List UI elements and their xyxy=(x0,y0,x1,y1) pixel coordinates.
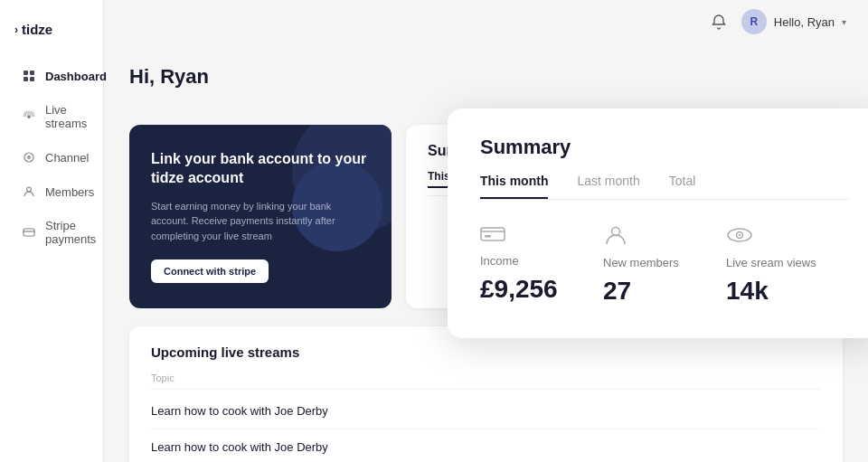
bank-card-title: Link your bank account to your tidze acc… xyxy=(151,150,370,188)
sidebar: › tidze Dashboard Live streams xyxy=(0,0,104,462)
tab-total[interactable]: Total xyxy=(669,174,696,199)
tab-this-month[interactable]: This month xyxy=(480,174,548,199)
avatar: R xyxy=(741,9,767,34)
sidebar-item-channel[interactable]: Channel xyxy=(7,141,96,174)
svg-rect-10 xyxy=(481,228,505,240)
income-stat: Income £9,256 xyxy=(480,225,603,306)
sidebar-item-dashboard[interactable]: Dashboard xyxy=(7,60,96,92)
income-icon xyxy=(480,225,505,243)
summary-overlay-title: Summary xyxy=(480,136,849,159)
svg-point-4 xyxy=(27,115,31,118)
upcoming-header: Topic xyxy=(151,367,821,390)
logo-arrow-icon: › xyxy=(14,24,18,36)
svg-rect-1 xyxy=(30,71,34,75)
sidebar-item-stripe-payments[interactable]: Stripe payments xyxy=(7,210,96,255)
app-logo: › tidze xyxy=(0,14,103,59)
channel-icon xyxy=(22,150,36,165)
live-stream-views-value: 14k xyxy=(726,277,769,306)
sidebar-item-members[interactable]: Members xyxy=(7,175,96,208)
new-members-stat: New members 27 xyxy=(603,225,726,306)
svg-rect-0 xyxy=(24,71,28,75)
svg-rect-2 xyxy=(24,77,28,81)
sidebar-item-label: Channel xyxy=(45,151,89,165)
sidebar-item-label: Stripe payments xyxy=(45,219,96,246)
income-value: £9,256 xyxy=(480,275,558,304)
income-label: Income xyxy=(480,254,519,268)
new-members-value: 27 xyxy=(603,277,631,306)
svg-point-7 xyxy=(27,187,32,192)
live-streams-icon xyxy=(22,109,36,124)
upcoming-streams-section: Upcoming live streams Topic Learn how to… xyxy=(129,326,843,462)
svg-rect-12 xyxy=(485,235,491,238)
app-name: tidze xyxy=(22,22,52,37)
user-menu[interactable]: R Hello, Ryan ▾ xyxy=(741,9,846,34)
summary-overlay-card: Summary This month Last month Total Inco… xyxy=(448,108,868,338)
new-members-label: New members xyxy=(603,256,679,269)
svg-rect-8 xyxy=(24,229,34,236)
table-row: Learn how to cook with Joe Derby xyxy=(151,393,821,429)
tab-last-month[interactable]: Last month xyxy=(577,174,639,199)
live-stream-views-label: Live sream views xyxy=(726,256,816,269)
sidebar-item-label: Members xyxy=(45,185,94,199)
views-icon xyxy=(726,225,753,245)
main-content: R Hello, Ryan ▾ Hi, Ryan Link your bank … xyxy=(104,0,868,462)
sidebar-item-label: Dashboard xyxy=(45,70,107,83)
svg-point-13 xyxy=(612,228,620,236)
svg-rect-3 xyxy=(30,77,34,81)
svg-point-6 xyxy=(27,156,31,159)
chevron-down-icon: ▾ xyxy=(842,17,846,27)
live-stream-views-stat: Live sream views 14k xyxy=(726,225,849,306)
notification-bell-icon[interactable] xyxy=(711,14,727,30)
summary-stats: Income £9,256 New members 27 xyxy=(480,225,849,306)
stream-topic: Learn how to cook with Joe Derby xyxy=(151,440,821,454)
members-stat-icon xyxy=(603,225,628,245)
page-title: Hi, Ryan xyxy=(129,65,843,89)
dashboard-icon xyxy=(22,69,36,83)
stream-topic: Learn how to cook with Joe Derby xyxy=(151,404,821,418)
members-icon xyxy=(22,184,36,199)
bank-card-description: Start earning money by linking your bank… xyxy=(151,199,370,244)
table-row: Learn how to cook with Joe Derby xyxy=(151,429,821,462)
stripe-icon xyxy=(22,225,36,240)
topbar: R Hello, Ryan ▾ xyxy=(208,0,868,43)
upcoming-title: Upcoming live streams xyxy=(151,344,821,360)
user-greeting: Hello, Ryan xyxy=(774,15,835,29)
bank-link-card: Link your bank account to your tidze acc… xyxy=(129,125,392,308)
sidebar-item-live-streams[interactable]: Live streams xyxy=(7,94,96,139)
svg-point-16 xyxy=(739,234,741,236)
summary-overlay-tabs: This month Last month Total xyxy=(480,174,849,200)
connect-stripe-button[interactable]: Connect with stripe xyxy=(151,259,269,283)
sidebar-item-label: Live streams xyxy=(45,103,87,130)
